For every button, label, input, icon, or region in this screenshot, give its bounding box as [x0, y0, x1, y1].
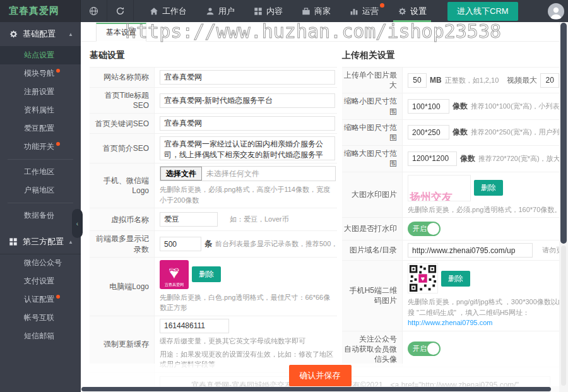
choose-file-button[interactable]: 选择文件	[160, 167, 202, 181]
field-hint: 先删除后更换，png/gif/jpg格式 ，300*300像数以内，百度搜 "二…	[408, 297, 559, 328]
logo-caption: 宜春真爱网	[160, 282, 189, 288]
item-label: 户籍地区	[24, 185, 54, 196]
item-label: 模块导航	[24, 68, 54, 79]
item-label: 站点设置	[24, 50, 54, 61]
user-icon	[206, 7, 215, 16]
site-name-input[interactable]	[160, 70, 335, 85]
item-label: 微信公众号	[24, 258, 62, 268]
sidebar-item-payment[interactable]: 支付设置	[0, 272, 81, 290]
toggle-state-label: 开启	[413, 224, 427, 234]
vertical-scrollbar-thumb[interactable]	[560, 23, 567, 244]
sidebar-item-profile-attrs[interactable]: 资料属性	[0, 101, 81, 119]
form-row-coin-name: 虚拟币名称 如：爱豆，Lover币	[90, 208, 337, 231]
user-avatar[interactable]	[548, 3, 564, 20]
vertical-scrollbar[interactable]	[559, 22, 568, 392]
toggle-state-label: 开启	[413, 344, 427, 353]
coin-name-input[interactable]	[160, 212, 218, 227]
horizontal-scrollbar[interactable]	[81, 386, 559, 392]
sidebar-group-basic-config[interactable]: 基础配置 ▲	[0, 22, 81, 46]
item-label: 工作地区	[24, 167, 54, 177]
form-row-max-records: 前端最多显示记录数 条 前台列表最多显示记录条数，推荐500，越少打开速度越快	[90, 231, 337, 257]
img-domain-input[interactable]	[408, 243, 533, 258]
item-label: 支付设置	[24, 276, 54, 287]
nav-users[interactable]: 用户	[196, 0, 244, 22]
seo-title-input[interactable]	[160, 93, 335, 108]
form-row-seo-title: 首页Title标题SEO	[90, 88, 337, 114]
form-row-thumb-medium: 缩略中图尺寸范围 像数 推荐200*250(宽*高)，用户列表显示图	[342, 120, 559, 146]
vertical-scrollbar-track	[561, 246, 566, 386]
field-label: 手机H5端二维码图片	[342, 261, 403, 331]
qr-code-image: ♥	[408, 263, 438, 294]
tab-bar: 基本设置	[81, 22, 559, 42]
sidebar-item-auth-config[interactable]: 认证配置	[0, 290, 81, 309]
thumb-large-input[interactable]	[408, 151, 457, 166]
max-video-input[interactable]	[540, 73, 559, 88]
sidebar-item-sms-email[interactable]: 短信邮箱	[0, 327, 81, 345]
sidebar-item-coin-config[interactable]: 爱豆配置	[0, 119, 81, 138]
nav-label: 商家	[314, 6, 331, 17]
confirm-save-button[interactable]: 确认并保存	[289, 365, 352, 386]
sidebar-item-site-settings[interactable]: 站点设置	[0, 46, 81, 64]
sidebar-item-work-area[interactable]: 工作地区	[0, 163, 81, 181]
form-row-thumb-large: 缩略大图尺寸范围 像数 推荐720*720(宽*高)，放大显示图	[342, 146, 559, 172]
item-label: 功能开关	[24, 141, 54, 152]
cache-input[interactable]	[160, 319, 229, 333]
nav-operations[interactable]: 运营	[340, 0, 388, 22]
group-title: 第三方配置	[23, 236, 64, 247]
tab-basic-settings[interactable]: 基本设置	[96, 23, 146, 42]
thumb-small-input[interactable]	[408, 99, 449, 114]
sidebar-item-data-backup[interactable]: 数据备份	[0, 206, 81, 225]
horizontal-scrollbar-thumb[interactable]	[81, 387, 551, 391]
field-hint: 先删除后更换，白色.png透明格式，最佳尺寸：66*66像数正方形	[160, 292, 336, 313]
sidebar-item-account-link[interactable]: 帐号互联	[0, 309, 81, 327]
section-title: 基础设置	[90, 50, 337, 61]
item-label: 帐号互联	[24, 312, 54, 323]
item-label: 短信邮箱	[24, 331, 54, 342]
delete-qr-button[interactable]: 删除	[441, 271, 470, 287]
divider	[8, 203, 73, 203]
thumb-medium-input[interactable]	[408, 125, 449, 140]
shop-icon	[302, 7, 311, 16]
sidebar-item-feature-switch[interactable]: 功能开关	[0, 138, 81, 156]
qr-h5-link[interactable]: http://www.zhenai0795.com	[408, 319, 493, 326]
form-row-watermark-switch: 大图是否打水印 开启	[342, 218, 559, 241]
wechat-avatar-toggle[interactable]: 开启	[408, 342, 441, 356]
sidebar-item-wechat-official[interactable]: 微信公众号	[0, 254, 81, 272]
field-label: 首页简介SEO	[90, 134, 155, 163]
nav-settings[interactable]: 设置	[388, 0, 436, 22]
nav-workbench[interactable]: 工作台	[140, 0, 196, 22]
form-row-pc-logo: 电脑端Logo ♥ 真爱 宜春真爱网 删除 先删除后更换，白色.png透明格式，…	[90, 258, 337, 316]
seo-keywords-input[interactable]	[160, 116, 335, 131]
sidebar-collapse-handle[interactable]: ‹	[72, 209, 83, 238]
refresh-icon[interactable]	[107, 0, 134, 22]
group-title: 基础配置	[23, 28, 56, 40]
globe-icon[interactable]	[81, 0, 107, 22]
enter-crm-button[interactable]: 进入线下CRM	[447, 2, 518, 21]
delete-watermark-button[interactable]: 删除	[474, 180, 503, 196]
field-label: 大图是否打水印	[342, 218, 403, 240]
seo-desc-textarea[interactable]: 宜春真爱网一家经过认证的国内相亲婚介服务公司，线上择偶线下相亲交友的新时代婚恋服…	[160, 136, 335, 160]
field-label: 缩略小图尺寸范围	[342, 93, 403, 119]
sidebar-item-household-area[interactable]: 户籍地区	[0, 181, 81, 199]
nav-label: 设置	[410, 6, 427, 17]
sidebar-group-thirdparty-config[interactable]: 第三方配置 ▲	[0, 230, 81, 254]
nav-content[interactable]: 内容	[244, 0, 292, 22]
nav-merchants[interactable]: 商家	[292, 0, 340, 22]
sidebar-item-register-settings[interactable]: 注册设置	[0, 83, 81, 101]
delete-pc-logo-button[interactable]: 删除	[192, 266, 221, 282]
no-file-text: 未选择任何文件	[202, 169, 259, 179]
form-row-wechat-avatar-switch: 关注公众号 自动获取会员微信头像 开启	[342, 331, 559, 368]
form-row-mobile-logo: 手机、微信端Logo 选择文件 未选择任何文件 先删除后更换，必须.png格式，…	[90, 163, 337, 208]
notification-dot	[56, 69, 60, 73]
notification-dot	[56, 295, 60, 299]
basic-settings-section: 基础设置 网站名称简称 首页Title标题SEO 首页关键词SEO	[90, 42, 337, 373]
field-label: 首页Title标题SEO	[90, 88, 155, 113]
sidebar: 基础配置 ▲ 站点设置 模块导航 注册设置 资料属性 爱豆配置 功能开关 工作地…	[0, 22, 81, 392]
sidebar-item-module-nav[interactable]: 模块导航	[0, 64, 81, 83]
form-row-watermark-image: 大图水印图片 扬州交友 删除 先删除后更换，必须.png透明格式，160*70像…	[342, 172, 559, 218]
max-image-input[interactable]	[408, 73, 427, 88]
watermark-toggle[interactable]: 开启	[408, 222, 441, 236]
watermark-image-text: 扬州交友	[410, 190, 453, 201]
max-records-input[interactable]	[160, 237, 201, 251]
file-input[interactable]: 选择文件 未选择任何文件	[160, 166, 336, 181]
